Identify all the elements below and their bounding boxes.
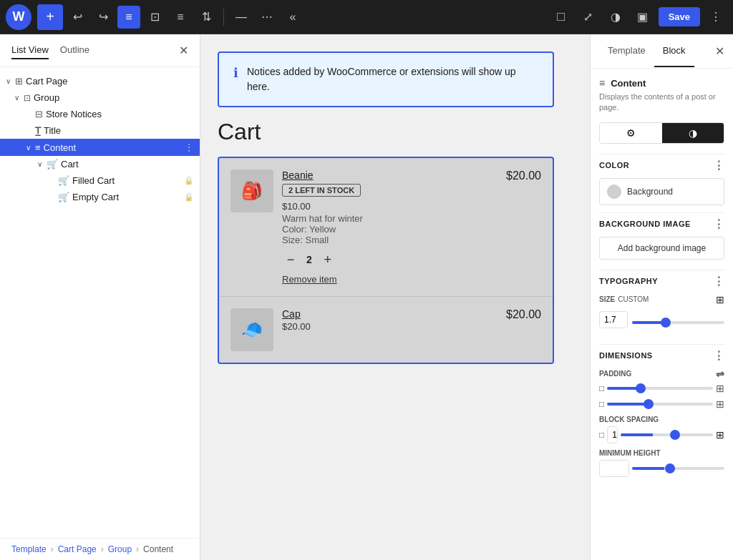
arrows-button[interactable]: ⇅ [195, 6, 218, 29]
color-item-background[interactable]: Background [599, 178, 724, 205]
panel-button[interactable]: ▣ [631, 6, 654, 29]
toggle-group[interactable]: ∨ [14, 94, 19, 102]
image-icon-button[interactable]: ⊡ [143, 6, 166, 29]
panel-tab-template[interactable]: Template [599, 35, 654, 67]
toggle-content[interactable]: ∨ [26, 144, 31, 152]
qty-increase-beanie[interactable]: + [319, 251, 336, 268]
size-value-input[interactable] [600, 312, 628, 328]
cart-qty-beanie: − 2 + [282, 251, 497, 268]
color-swatch-background [607, 185, 621, 199]
sidebar-item-title[interactable]: ∨ T̲ Title [0, 122, 200, 139]
expand-button[interactable]: ⤢ [577, 6, 600, 29]
cart-item-name-beanie[interactable]: Beanie [282, 170, 497, 181]
style-tab-settings[interactable]: ⚙ [600, 123, 662, 143]
padding-row1-eq-icon[interactable]: ⊞ [716, 383, 724, 394]
cart-remove-beanie[interactable]: Remove item [282, 274, 497, 285]
padding-slider-2[interactable] [607, 403, 713, 406]
panel-tab-block[interactable]: Block [654, 35, 694, 67]
padding-row2-eq-icon[interactable]: ⊞ [716, 398, 724, 410]
options-button[interactable]: ⋮ [704, 6, 727, 29]
padding-slider-1[interactable] [607, 387, 713, 390]
redo-button[interactable]: ↪ [92, 6, 115, 29]
size-input: rem [599, 311, 628, 328]
add-block-button[interactable]: + [37, 4, 63, 30]
tab-list-view[interactable]: List View [11, 41, 49, 59]
title-label: Title [44, 125, 61, 136]
cart-item-beanie: 🎒 Beanie 2 LEFT IN STOCK $10.00 Warm hat… [219, 158, 553, 297]
view-button[interactable]: □ [550, 6, 573, 29]
cart-item-size-beanie: Size: Small [282, 235, 497, 245]
sidebar-item-cart-page[interactable]: ∨ ⊞ Cart Page [0, 73, 200, 89]
breadcrumb-content: Content [143, 544, 173, 554]
notice-icon: ℹ [233, 65, 238, 81]
cart-heading: Cart [218, 119, 573, 145]
min-height-slider[interactable] [632, 467, 724, 470]
cart-item-desc-beanie: Warm hat for winter [282, 213, 497, 224]
padding-link-icon[interactable]: ⇌ [716, 368, 724, 380]
bg-image-section-dots[interactable]: ⋮ [713, 217, 725, 231]
panel-body: ≡ Content Displays the contents of a pos… [591, 69, 733, 560]
text-align-button[interactable]: ≡ [169, 6, 192, 29]
add-background-image-button[interactable]: Add background image [599, 237, 724, 260]
typography-section-dots[interactable]: ⋮ [713, 275, 725, 288]
panel-header: Template Block ✕ [591, 34, 733, 69]
sidebar-item-filled-cart[interactable]: ∨ 🛒 Filled Cart 🔒 [0, 172, 200, 189]
breadcrumb-cart-page[interactable]: Cart Page [58, 544, 97, 554]
list-view-toggle[interactable]: ≡ [117, 6, 140, 29]
collapse-button[interactable]: « [281, 6, 304, 29]
style-tab-style[interactable]: ◑ [662, 123, 724, 143]
block-spacing-row: □ px ⊞ [599, 426, 724, 443]
size-row: SIZE CUSTOM ⊞ [599, 294, 724, 305]
divider-3 [599, 270, 724, 270]
block-spacing-eq-icon[interactable]: ⊞ [716, 429, 724, 441]
typography-section: Typography ⋮ SIZE CUSTOM ⊞ rem [599, 275, 724, 334]
breadcrumb-template[interactable]: Template [11, 544, 47, 554]
divider-2 [599, 212, 724, 213]
minus-button[interactable]: — [230, 6, 253, 29]
color-section-label: Color ⋮ [599, 159, 724, 172]
cart-block: 🎒 Beanie 2 LEFT IN STOCK $10.00 Warm hat… [218, 157, 554, 364]
sidebar-item-store-notices[interactable]: ∨ ⊟ Store Notices [0, 106, 200, 122]
qty-decrease-beanie[interactable]: − [282, 251, 299, 268]
min-height-row: px [599, 460, 724, 477]
toggle-cart-page[interactable]: ∨ [6, 77, 11, 85]
sidebar-item-group[interactable]: ∨ ⊡ Group [0, 89, 200, 106]
notice-block: ℹ Notices added by WooCommerce or extens… [218, 51, 554, 107]
toggle-cart[interactable]: ∨ [37, 160, 42, 168]
cart-item-image-beanie: 🎒 [230, 170, 273, 212]
cart-item-total-beanie: $20.00 [506, 170, 541, 182]
content-dots[interactable]: ⋮ [184, 142, 194, 153]
block-spacing-value-input[interactable] [608, 427, 618, 443]
store-notices-icon: ⊟ [35, 109, 43, 119]
content-icon: ≡ [35, 142, 41, 153]
toolbar-separator-1 [223, 9, 224, 26]
size-slider[interactable] [632, 321, 724, 324]
dimensions-section-dots[interactable]: ⋮ [713, 349, 725, 363]
empty-cart-icon: 🛒 [58, 192, 69, 202]
title-icon: T̲ [35, 125, 41, 136]
size-icon[interactable]: ⊞ [716, 294, 724, 305]
contrast-button[interactable]: ◑ [604, 6, 627, 29]
padding-row1-icon: □ [599, 383, 604, 393]
save-button[interactable]: Save [659, 7, 700, 26]
style-tabs: ⚙ ◑ [599, 122, 724, 144]
color-section-dots[interactable]: ⋮ [713, 159, 725, 172]
sidebar-item-empty-cart[interactable]: ∨ 🛒 Empty Cart 🔒 [0, 189, 200, 205]
min-height-value-input[interactable] [600, 461, 629, 476]
tab-outline[interactable]: Outline [60, 41, 89, 59]
color-label-background: Background [627, 187, 673, 197]
sidebar-close-button[interactable]: ✕ [179, 44, 188, 57]
undo-button[interactable]: ↩ [66, 6, 89, 29]
cart-item-name-cap[interactable]: Cap [282, 308, 497, 320]
cart-item-image-cap: 🧢 [230, 308, 273, 351]
more-button[interactable]: ⋯ [256, 6, 278, 29]
breadcrumb-group[interactable]: Group [108, 544, 132, 554]
block-spacing-slider[interactable] [621, 433, 713, 436]
sidebar-item-content[interactable]: ∨ ≡ Content ⋮ [0, 139, 200, 156]
min-height-label: MINIMUM HEIGHT [599, 449, 724, 457]
cart-page-icon: ⊞ [15, 76, 23, 87]
sidebar-item-cart[interactable]: ∨ 🛒 Cart [0, 156, 200, 172]
panel-close-button[interactable]: ✕ [715, 44, 724, 58]
block-spacing-label: BLOCK SPACING [599, 416, 724, 423]
wp-logo[interactable]: W [6, 4, 31, 30]
